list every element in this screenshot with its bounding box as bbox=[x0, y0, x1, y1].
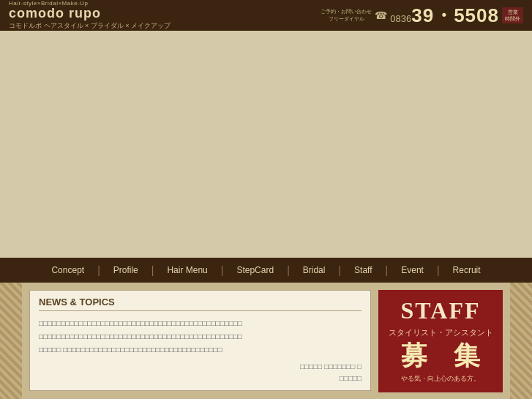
staff-kanji: 募 集 bbox=[401, 341, 480, 370]
news-content: □□□□□□□□□□□□□□□□□□□□□□□□□□□□□□□□□□□□□□□□… bbox=[39, 317, 361, 357]
logo-area: Hair-style×Bridal×Make-Up comodo rupo コモ… bbox=[9, 0, 171, 31]
news-line: □□□□□□□□□□□□□□□□□□□□□□□□□□□□□□□□□□□□□□□□… bbox=[39, 317, 361, 330]
news-line: □□□□□□□□□□□□□□□□□□□□□□□□□□□□□□□□□□□□□□□□… bbox=[39, 330, 361, 343]
nav-item-hair-menu[interactable]: Hair Menu bbox=[154, 258, 220, 283]
nav-item-concept[interactable]: Concept bbox=[38, 258, 97, 283]
logo-main: comodo rupo bbox=[9, 7, 171, 21]
phone-label-1: ご予約・お問い合わせ bbox=[321, 8, 372, 15]
staff-desc: やる気・向上心のある方。 bbox=[401, 374, 480, 384]
nav-item-bridal[interactable]: Bridal bbox=[290, 258, 339, 283]
phone-area: ご予約・お問い合わせ フリーダイヤル ☎ 0836 39・5508 営業 時間外 bbox=[321, 3, 523, 29]
phone-number: 39・5508 bbox=[411, 3, 499, 29]
nav-item-stepcard[interactable]: StepCard bbox=[223, 258, 287, 283]
nav-item-recruit[interactable]: Recruit bbox=[440, 258, 494, 283]
phone-label-2: フリーダイヤル bbox=[321, 15, 372, 23]
nav-item-event[interactable]: Event bbox=[388, 258, 437, 283]
navigation-bar: Concept|Profile|Hair Menu|StepCard|Brida… bbox=[0, 258, 532, 283]
nav-item-staff[interactable]: Staff bbox=[341, 258, 385, 283]
phone-labels: ご予約・お問い合わせ フリーダイヤル bbox=[321, 8, 372, 23]
staff-recruitment-box[interactable]: STAFF スタイリスト・アシスタント 募 集 やる気・向上心のある方。 bbox=[378, 290, 503, 392]
news-box: NEWS & TOPICS □□□□□□□□□□□□□□□□□□□□□□□□□□… bbox=[29, 290, 371, 391]
reception-box: 営業 時間外 bbox=[502, 7, 523, 23]
phone-icon: ☎ bbox=[375, 10, 387, 21]
logo-subtitle-bottom: コモドルポ ヘアスタイル × ブライダル × メイクアップ bbox=[9, 21, 171, 31]
main-background bbox=[0, 31, 532, 258]
news-line: □□□□□ □□□□□□□□□□□□□□□□□□□□□□□□□□□□□□□□□□… bbox=[39, 343, 361, 357]
news-footer-line1: □□□□□ □□□□□□□ □ bbox=[300, 362, 361, 370]
staff-subtitle: スタイリスト・アシスタント bbox=[389, 327, 493, 338]
left-decorative-border bbox=[0, 283, 22, 399]
nav-item-profile[interactable]: Profile bbox=[100, 258, 151, 283]
staff-title: STAFF bbox=[401, 298, 481, 324]
content-wrapper: NEWS & TOPICS □□□□□□□□□□□□□□□□□□□□□□□□□□… bbox=[0, 283, 532, 399]
site-header: Hair-style×Bridal×Make-Up comodo rupo コモ… bbox=[0, 0, 532, 31]
phone-prefix: 0836 bbox=[390, 13, 411, 24]
news-title: NEWS & TOPICS bbox=[39, 297, 361, 311]
news-footer: □□□□□ □□□□□□□ □□□□□□ bbox=[39, 361, 361, 384]
news-section: NEWS & TOPICS □□□□□□□□□□□□□□□□□□□□□□□□□□… bbox=[22, 283, 378, 399]
news-footer-line2: □□□□□ bbox=[340, 374, 361, 382]
right-decorative-border bbox=[510, 283, 532, 399]
